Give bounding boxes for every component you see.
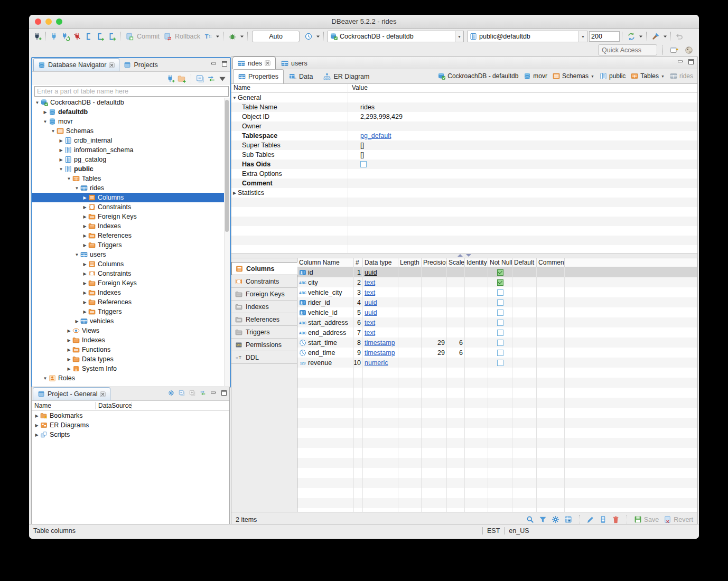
header-name[interactable]: Name bbox=[231, 84, 350, 92]
reconnect-icon[interactable] bbox=[60, 31, 71, 42]
tree-item-tables[interactable]: ▼Tables bbox=[32, 174, 230, 183]
expand-arrow-icon[interactable]: ▶ bbox=[66, 329, 72, 333]
dbeaver-perspective-icon[interactable] bbox=[684, 45, 694, 55]
new-connection-icon[interactable] bbox=[32, 31, 43, 42]
collapse-arrow-icon[interactable]: ▼ bbox=[34, 100, 40, 105]
chevron-down-icon[interactable]: ▼ bbox=[661, 74, 665, 78]
tree-item-triggers[interactable]: ▶Triggers bbox=[32, 240, 230, 250]
revert-icon[interactable] bbox=[664, 516, 671, 523]
checkbox-unchecked[interactable] bbox=[497, 360, 503, 366]
project-item-er-diagrams[interactable]: ▶ER Diagrams bbox=[32, 420, 229, 430]
transaction-log-button[interactable] bbox=[303, 31, 320, 42]
table-filter-input[interactable] bbox=[34, 86, 229, 97]
expand-arrow-icon[interactable]: ▶ bbox=[231, 191, 238, 195]
tree-item-pg-catalog[interactable]: ▶pg_catalog bbox=[32, 155, 230, 164]
data-type-link[interactable]: uuid bbox=[365, 309, 377, 316]
format-button[interactable] bbox=[650, 31, 667, 42]
data-type-link[interactable]: text bbox=[365, 319, 375, 326]
expand-arrow-icon[interactable]: ▶ bbox=[82, 233, 88, 238]
tree-item-cockroachdb-defaultdb[interactable]: ▼CockroachDB - defaultdb bbox=[32, 98, 230, 107]
expand-arrow-icon[interactable]: ▶ bbox=[82, 271, 88, 276]
collapse-arrow-icon[interactable]: ▼ bbox=[74, 186, 80, 191]
property-value[interactable]: pg_default bbox=[358, 132, 697, 139]
disconnect-icon[interactable] bbox=[72, 31, 82, 42]
property-row-table-name[interactable]: Table Namerides bbox=[231, 102, 697, 112]
fetch-size-input[interactable] bbox=[589, 31, 620, 42]
side-tab-ddl[interactable]: ‹›TDDL bbox=[231, 351, 297, 364]
column-row-end-time[interactable]: end_time9timestamp296 bbox=[297, 348, 697, 358]
expand-arrow-icon[interactable]: ▶ bbox=[82, 310, 88, 314]
rollback-button[interactable]: Rollback bbox=[162, 31, 200, 42]
column-row-vehicle-city[interactable]: ABCvehicle_city3text bbox=[297, 287, 697, 297]
column-row-city[interactable]: ABCcity2text bbox=[297, 277, 697, 287]
tree-item-data-types[interactable]: ▶Data types bbox=[32, 354, 230, 364]
expand-arrow-icon[interactable]: ▶ bbox=[82, 300, 88, 305]
collapse-all-icon[interactable] bbox=[179, 390, 185, 396]
transaction-mode-button[interactable]: T bbox=[202, 31, 220, 42]
timezone-indicator[interactable]: EST bbox=[487, 527, 500, 535]
tree-item-indexes[interactable]: ▶Indexes bbox=[32, 335, 230, 345]
expand-arrow-icon[interactable]: ▶ bbox=[82, 224, 88, 229]
expand-arrow-icon[interactable]: ▶ bbox=[82, 205, 88, 210]
tree-item-crdb-internal[interactable]: ▶crdb_internal bbox=[32, 136, 230, 145]
column-header-scale[interactable]: Scale bbox=[447, 258, 465, 267]
breadcrumb-public[interactable]: public bbox=[600, 72, 626, 80]
checkbox-unchecked[interactable] bbox=[497, 320, 503, 326]
property-row-statistics[interactable]: ▶Statistics bbox=[231, 188, 697, 198]
column-row-revenue[interactable]: 123revenue10numeric bbox=[297, 358, 697, 368]
zoom-window-button[interactable] bbox=[56, 18, 62, 25]
column-row-start-time[interactable]: start_time8timestamp296 bbox=[297, 338, 697, 348]
side-tab-references[interactable]: References bbox=[231, 313, 297, 326]
checkbox-unchecked[interactable] bbox=[497, 299, 503, 306]
collapse-arrow-icon[interactable]: ▼ bbox=[42, 119, 48, 124]
side-tab-constraints[interactable]: Constraints bbox=[231, 275, 297, 288]
quick-access-input[interactable] bbox=[598, 44, 657, 55]
data-type-link[interactable]: uuid bbox=[365, 299, 377, 306]
expand-arrow-icon[interactable]: ▶ bbox=[74, 319, 80, 324]
tree-item-schemas[interactable]: ▼Schemas bbox=[32, 126, 230, 136]
tree-item-constraints[interactable]: ▶Constraints bbox=[32, 269, 230, 278]
minimize-view-icon[interactable] bbox=[211, 61, 217, 67]
sql-editor-new-icon[interactable] bbox=[95, 31, 106, 42]
view-menu-icon[interactable] bbox=[218, 74, 227, 83]
property-row-object-id[interactable]: Object ID2,293,998,429 bbox=[231, 112, 697, 121]
expand-arrow-icon[interactable]: ▶ bbox=[58, 138, 64, 143]
filter-icon[interactable] bbox=[539, 516, 547, 523]
expand-arrow-icon[interactable]: ▶ bbox=[58, 148, 64, 153]
breadcrumb-schemas[interactable]: Schemas▼ bbox=[553, 72, 594, 80]
checkbox-checked[interactable] bbox=[497, 269, 503, 276]
link-with-editor-icon[interactable] bbox=[200, 390, 206, 396]
property-value[interactable]: [] bbox=[358, 151, 697, 158]
column-row-id[interactable]: id1uuid bbox=[297, 267, 697, 277]
breadcrumb-cockroachdb-defaultdb[interactable]: CockroachDB - defaultdb bbox=[438, 72, 518, 80]
scrollbar-thumb[interactable] bbox=[225, 100, 229, 232]
minimize-view-icon[interactable] bbox=[210, 390, 217, 396]
commit-mode-selector[interactable]: Auto bbox=[252, 31, 300, 42]
expand-arrow-icon[interactable]: ▶ bbox=[66, 348, 72, 352]
delete-icon[interactable] bbox=[612, 516, 620, 523]
expand-arrow-icon[interactable]: ▶ bbox=[34, 423, 40, 428]
checkbox-unchecked[interactable] bbox=[497, 310, 503, 316]
tree-item-system-info[interactable]: ▶iSystem Info bbox=[32, 364, 230, 373]
editor-tab-users[interactable]: users bbox=[276, 57, 313, 69]
edit-icon[interactable] bbox=[586, 516, 594, 523]
locale-indicator[interactable]: en_US bbox=[509, 527, 529, 535]
column-row-vehicle-id[interactable]: vehicle_id5uuid bbox=[297, 307, 697, 317]
column-header-column-name[interactable]: Column Name bbox=[297, 258, 354, 267]
breadcrumb-rides[interactable]: rides bbox=[670, 72, 693, 80]
tree-item-constraints[interactable]: ▶Constraints bbox=[32, 202, 230, 212]
expand-arrow-icon[interactable]: ▶ bbox=[42, 110, 48, 115]
property-value[interactable]: [] bbox=[358, 142, 697, 149]
maximize-view-icon[interactable] bbox=[688, 59, 694, 65]
tab-project-general[interactable]: Project - General bbox=[33, 387, 110, 400]
side-tab-permissions[interactable]: Permissions bbox=[231, 339, 297, 351]
column-header-comment[interactable]: Comment bbox=[537, 258, 565, 267]
expand-arrow-icon[interactable]: ▶ bbox=[82, 262, 88, 267]
property-row-extra-options[interactable]: Extra Options bbox=[231, 169, 697, 179]
checkbox-unchecked[interactable] bbox=[497, 340, 503, 346]
expand-arrow-icon[interactable]: ▶ bbox=[82, 195, 88, 200]
column-row-end-address[interactable]: ABCend_address7text bbox=[297, 327, 697, 338]
tree-item-rides[interactable]: ▼rides bbox=[32, 183, 230, 193]
side-tab-columns[interactable]: Columns bbox=[231, 262, 297, 275]
close-icon[interactable] bbox=[109, 62, 115, 68]
